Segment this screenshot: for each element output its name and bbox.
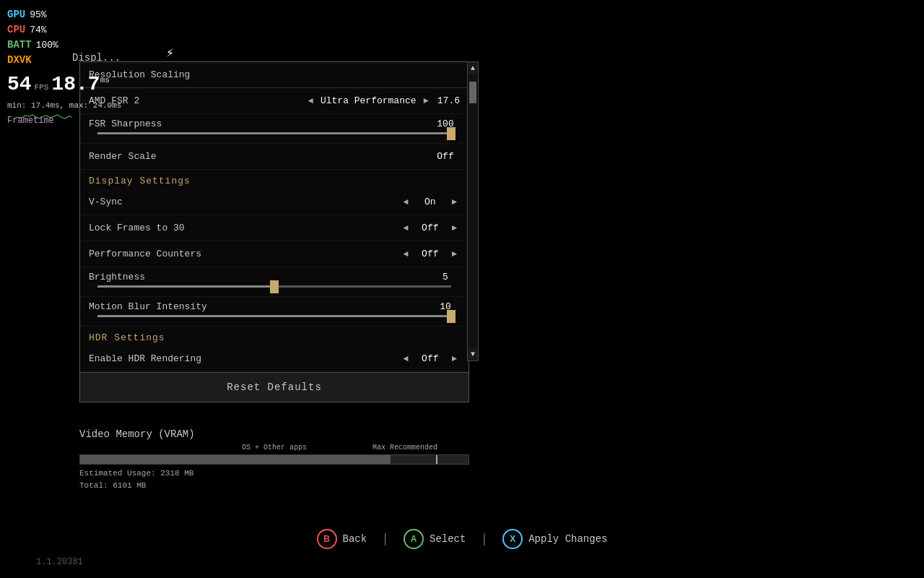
scrollbar-thumb[interactable] — [469, 82, 476, 103]
fsr-sharpness-value: 100 — [431, 118, 460, 129]
brightness-row: Brightness 5 — [80, 267, 468, 297]
fps-label: FPS — [35, 82, 49, 94]
scrollbar[interactable]: ▲ ▼ — [467, 61, 479, 361]
perf-counters-value: Off — [416, 249, 445, 259]
select-button[interactable]: A Select — [404, 529, 466, 549]
render-scale-label: Render Scale — [89, 151, 431, 162]
vsync-value: On — [416, 197, 445, 207]
fsr-right-arrow[interactable]: ► — [421, 96, 432, 106]
vram-estimated: Estimated Usage: 2318 MB — [79, 467, 469, 480]
hdr-settings-header: HDR Settings — [80, 327, 468, 346]
vsync-label: V-Sync — [89, 197, 401, 207]
lightning-icon: ⚡ — [166, 45, 174, 61]
vram-section: Video Memory (VRAM) OS + Other apps Max … — [79, 428, 469, 491]
fsr-sharpness-slider[interactable] — [89, 132, 460, 134]
brightness-slider[interactable] — [89, 285, 460, 288]
hdr-value: Off — [416, 353, 445, 364]
settings-panel: Resolution Scaling AMD FSR 2 ◄ Ultra Per… — [79, 61, 469, 402]
vram-bar-fill — [80, 455, 391, 464]
select-circle: A — [404, 529, 424, 549]
scroll-down-arrow[interactable]: ▼ — [468, 348, 477, 361]
vram-maxrec-line — [436, 455, 437, 464]
motion-blur-row: Motion Blur Intensity 10 — [80, 297, 468, 327]
motion-blur-label: Motion Blur Intensity — [89, 301, 431, 312]
perf-counters-row[interactable]: Performance Counters ◄ Off ► — [80, 241, 468, 267]
back-label: Back — [343, 533, 367, 545]
dxvk-label: DXVK — [7, 53, 32, 68]
hdr-row[interactable]: Enable HDR Rendering ◄ Off ► — [80, 346, 468, 372]
lock-frames-row[interactable]: Lock Frames to 30 ◄ Off ► — [80, 215, 468, 241]
back-button[interactable]: B Back — [317, 529, 367, 549]
brightness-label: Brightness — [89, 272, 431, 282]
perf-counters-label: Performance Counters — [89, 249, 401, 259]
fsr-left-arrow[interactable]: ◄ — [305, 96, 316, 106]
brightness-value: 5 — [431, 272, 460, 282]
vram-title: Video Memory (VRAM) — [79, 428, 469, 440]
hdr-left-arrow[interactable]: ◄ — [401, 354, 411, 364]
resolution-scaling-row: Resolution Scaling — [80, 62, 468, 88]
vram-total: Total: 6101 MB — [79, 480, 469, 492]
vram-bar-os-label: OS + Other apps — [242, 444, 307, 452]
cpu-label: CPU — [7, 22, 25, 38]
vsync-right-arrow[interactable]: ► — [449, 197, 460, 207]
fsr-sharpness-row: FSR Sharpness 100 — [80, 114, 468, 144]
perf-right-arrow[interactable]: ► — [449, 249, 460, 259]
frametime-graph — [14, 108, 72, 121]
perf-left-arrow[interactable]: ◄ — [401, 249, 411, 259]
motion-blur-value: 10 — [431, 301, 460, 312]
scrollbar-track[interactable] — [468, 74, 478, 348]
ms-number: 18.7 — [51, 73, 100, 95]
lock-frames-label: Lock Frames to 30 — [89, 223, 401, 233]
reset-defaults-button[interactable]: Reset Defaults — [80, 372, 468, 402]
select-label: Select — [430, 533, 466, 545]
apply-circle: X — [502, 529, 523, 549]
motion-blur-slider[interactable] — [89, 315, 460, 317]
back-circle: B — [317, 529, 337, 549]
ms-value: 18.7ms — [51, 69, 109, 100]
separator-1: | — [381, 532, 389, 546]
vram-maxrec-label: Max Recommended — [372, 444, 437, 452]
hud-overlay: GPU 95% CPU 74% BATT 100% DXVK -- 54 FPS… — [7, 7, 121, 127]
gpu-label: GPU — [7, 7, 25, 22]
ms-label: ms — [100, 76, 110, 85]
batt-value: 100% — [36, 38, 58, 53]
apply-label: Apply Changes — [528, 533, 607, 545]
scroll-up-arrow[interactable]: ▲ — [468, 62, 477, 74]
batt-label: BATT — [7, 38, 32, 53]
cpu-value: 74% — [30, 23, 46, 38]
fsr-row[interactable]: AMD FSR 2 ◄ Ultra Performance ► 17.6 — [80, 88, 468, 114]
lock-frames-right-arrow[interactable]: ► — [449, 223, 460, 233]
hdr-right-arrow[interactable]: ► — [449, 354, 460, 364]
gpu-value: 95% — [30, 8, 46, 22]
vsync-row[interactable]: V-Sync ◄ On ► — [80, 189, 468, 215]
version-text: 1.1.20381 — [36, 557, 83, 567]
apply-changes-button[interactable]: X Apply Changes — [502, 529, 607, 549]
resolution-scaling-label: Resolution Scaling — [89, 69, 460, 80]
render-scale-row[interactable]: Render Scale Off — [80, 144, 468, 170]
fsr-number: 17.6 — [437, 95, 460, 106]
display-settings-header: Display Settings — [80, 170, 468, 189]
hdr-label: Enable HDR Rendering — [89, 353, 401, 364]
fps-value: 54 — [7, 69, 32, 100]
render-scale-value: Off — [431, 151, 460, 162]
fsr-mode-value: Ultra Performance — [321, 95, 417, 106]
vram-stats: Estimated Usage: 2318 MB Total: 6101 MB — [79, 467, 469, 491]
lock-frames-left-arrow[interactable]: ◄ — [401, 223, 411, 233]
separator-2: | — [480, 532, 488, 546]
bottom-nav: B Back | A Select | X Apply Changes — [0, 529, 924, 549]
vsync-left-arrow[interactable]: ◄ — [401, 197, 411, 207]
vram-bar-container: OS + Other apps Max Recommended — [79, 454, 469, 465]
lock-frames-value: Off — [416, 223, 445, 233]
fsr-sharpness-label: FSR Sharpness — [89, 118, 431, 129]
